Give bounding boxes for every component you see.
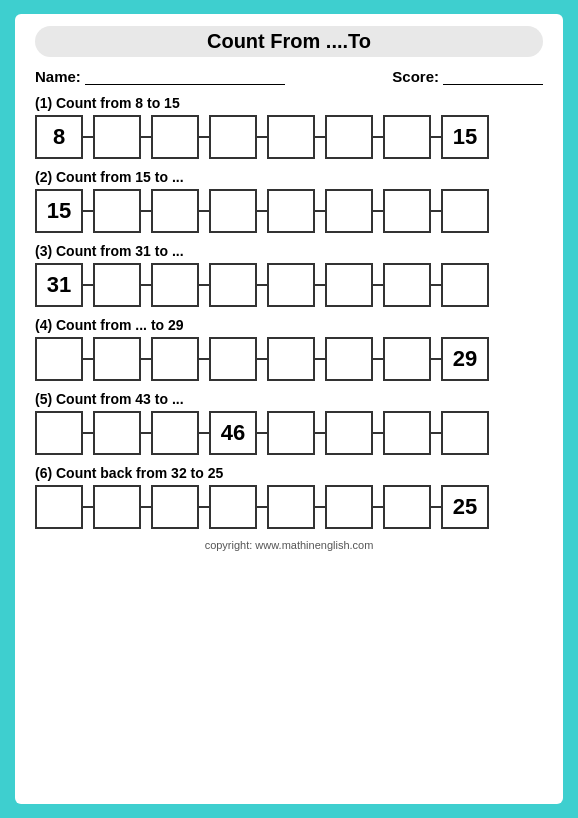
chain-connector-q5-c3 <box>199 432 209 434</box>
chain-connector-q1-c5 <box>315 136 325 138</box>
chain-connector-q2-c6 <box>373 210 383 212</box>
chain-box-q2-b2[interactable] <box>93 189 141 233</box>
copyright: copyright: www.mathinenglish.com <box>35 539 543 551</box>
name-label: Name: <box>35 68 81 85</box>
chain-box-q3-b4[interactable] <box>209 263 257 307</box>
chain-box-q1-b3[interactable] <box>151 115 199 159</box>
question-block-4: (4) Count from ... to 2929 <box>35 317 543 381</box>
chain-box-q2-b5[interactable] <box>267 189 315 233</box>
chain-connector-q4-c4 <box>257 358 267 360</box>
number-chain-4: 29 <box>35 337 543 381</box>
chain-box-q2-b6[interactable] <box>325 189 373 233</box>
question-block-5: (5) Count from 43 to ...46 <box>35 391 543 455</box>
question-block-2: (2) Count from 15 to ...15 <box>35 169 543 233</box>
chain-box-q4-b7[interactable] <box>383 337 431 381</box>
chain-box-q6-b2[interactable] <box>93 485 141 529</box>
chain-box-q4-b3[interactable] <box>151 337 199 381</box>
question-label-5: (5) Count from 43 to ... <box>35 391 543 407</box>
chain-box-q3-b2[interactable] <box>93 263 141 307</box>
chain-box-q2-b1[interactable]: 15 <box>35 189 83 233</box>
chain-box-q4-b8[interactable]: 29 <box>441 337 489 381</box>
number-chain-1: 815 <box>35 115 543 159</box>
chain-connector-q5-c4 <box>257 432 267 434</box>
chain-box-q1-b4[interactable] <box>209 115 257 159</box>
chain-box-q4-b1[interactable] <box>35 337 83 381</box>
chain-box-q3-b7[interactable] <box>383 263 431 307</box>
chain-box-q6-b4[interactable] <box>209 485 257 529</box>
chain-box-q1-b2[interactable] <box>93 115 141 159</box>
chain-connector-q6-c2 <box>141 506 151 508</box>
chain-connector-q2-c4 <box>257 210 267 212</box>
chain-box-q2-b7[interactable] <box>383 189 431 233</box>
name-line <box>85 67 285 85</box>
chain-box-q6-b6[interactable] <box>325 485 373 529</box>
chain-box-q5-b6[interactable] <box>325 411 373 455</box>
chain-connector-q3-c5 <box>315 284 325 286</box>
chain-connector-q4-c2 <box>141 358 151 360</box>
chain-connector-q1-c4 <box>257 136 267 138</box>
chain-connector-q2-c7 <box>431 210 441 212</box>
chain-box-q3-b5[interactable] <box>267 263 315 307</box>
chain-connector-q1-c3 <box>199 136 209 138</box>
chain-box-q4-b5[interactable] <box>267 337 315 381</box>
chain-connector-q5-c6 <box>373 432 383 434</box>
chain-connector-q6-c6 <box>373 506 383 508</box>
chain-connector-q5-c2 <box>141 432 151 434</box>
chain-connector-q3-c7 <box>431 284 441 286</box>
chain-connector-q2-c1 <box>83 210 93 212</box>
chain-box-q6-b1[interactable] <box>35 485 83 529</box>
chain-box-q1-b1[interactable]: 8 <box>35 115 83 159</box>
chain-connector-q6-c5 <box>315 506 325 508</box>
chain-box-q2-b4[interactable] <box>209 189 257 233</box>
chain-connector-q1-c7 <box>431 136 441 138</box>
score-field: Score: <box>392 67 543 85</box>
chain-connector-q2-c5 <box>315 210 325 212</box>
number-chain-5: 46 <box>35 411 543 455</box>
chain-box-q3-b3[interactable] <box>151 263 199 307</box>
chain-box-q2-b8[interactable] <box>441 189 489 233</box>
chain-connector-q5-c7 <box>431 432 441 434</box>
chain-box-q6-b8[interactable]: 25 <box>441 485 489 529</box>
number-chain-2: 15 <box>35 189 543 233</box>
score-line <box>443 67 543 85</box>
chain-connector-q2-c3 <box>199 210 209 212</box>
chain-box-q5-b8[interactable] <box>441 411 489 455</box>
chain-box-q4-b2[interactable] <box>93 337 141 381</box>
chain-box-q5-b3[interactable] <box>151 411 199 455</box>
chain-box-q3-b6[interactable] <box>325 263 373 307</box>
chain-box-q4-b6[interactable] <box>325 337 373 381</box>
chain-box-q4-b4[interactable] <box>209 337 257 381</box>
chain-box-q1-b7[interactable] <box>383 115 431 159</box>
question-label-3: (3) Count from 31 to ... <box>35 243 543 259</box>
chain-box-q2-b3[interactable] <box>151 189 199 233</box>
chain-connector-q5-c5 <box>315 432 325 434</box>
chain-box-q6-b7[interactable] <box>383 485 431 529</box>
chain-connector-q1-c6 <box>373 136 383 138</box>
chain-box-q5-b5[interactable] <box>267 411 315 455</box>
chain-box-q3-b1[interactable]: 31 <box>35 263 83 307</box>
chain-box-q1-b5[interactable] <box>267 115 315 159</box>
chain-connector-q3-c6 <box>373 284 383 286</box>
chain-connector-q5-c1 <box>83 432 93 434</box>
question-block-6: (6) Count back from 32 to 2525 <box>35 465 543 529</box>
chain-box-q5-b7[interactable] <box>383 411 431 455</box>
question-block-1: (1) Count from 8 to 15815 <box>35 95 543 159</box>
question-label-1: (1) Count from 8 to 15 <box>35 95 543 111</box>
chain-box-q5-b4[interactable]: 46 <box>209 411 257 455</box>
chain-box-q6-b5[interactable] <box>267 485 315 529</box>
chain-connector-q3-c4 <box>257 284 267 286</box>
name-score-row: Name: Score: <box>35 67 543 85</box>
chain-box-q5-b2[interactable] <box>93 411 141 455</box>
number-chain-3: 31 <box>35 263 543 307</box>
chain-box-q5-b1[interactable] <box>35 411 83 455</box>
chain-box-q3-b8[interactable] <box>441 263 489 307</box>
chain-box-q6-b3[interactable] <box>151 485 199 529</box>
chain-connector-q2-c2 <box>141 210 151 212</box>
question-label-2: (2) Count from 15 to ... <box>35 169 543 185</box>
question-label-4: (4) Count from ... to 29 <box>35 317 543 333</box>
chain-connector-q6-c3 <box>199 506 209 508</box>
chain-box-q1-b8[interactable]: 15 <box>441 115 489 159</box>
chain-connector-q1-c2 <box>141 136 151 138</box>
chain-connector-q6-c4 <box>257 506 267 508</box>
chain-box-q1-b6[interactable] <box>325 115 373 159</box>
